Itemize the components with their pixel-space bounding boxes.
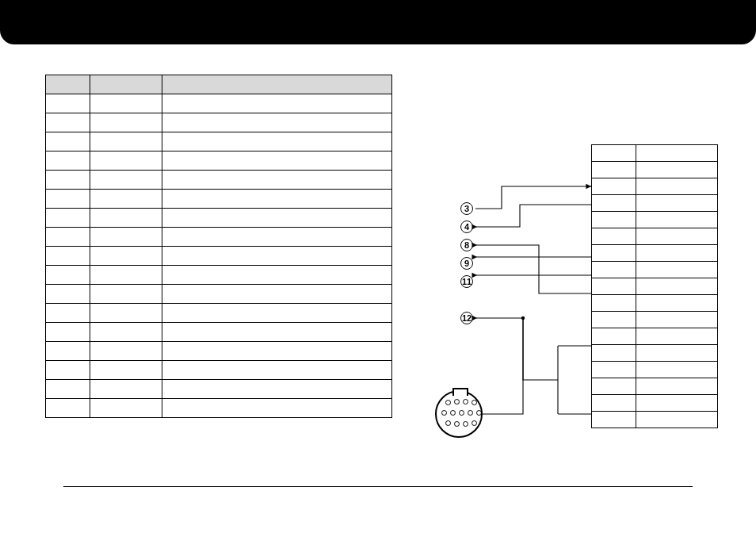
footer-rule xyxy=(63,486,693,487)
table-cell xyxy=(46,247,90,266)
table-cell xyxy=(46,151,90,171)
table-cell xyxy=(46,342,90,361)
diagram-label-3: 3 xyxy=(460,202,473,215)
table-cell xyxy=(90,151,162,171)
connector-pin xyxy=(463,399,468,405)
table-cell xyxy=(592,245,636,262)
table-cell xyxy=(592,195,636,212)
signal-table-body xyxy=(592,145,718,428)
table-cell xyxy=(636,145,718,162)
connector-pin xyxy=(463,421,468,427)
table-row xyxy=(592,362,718,378)
diagram-label-11: 11 xyxy=(460,275,473,288)
table-row xyxy=(46,342,392,361)
table-cell xyxy=(636,212,718,228)
pin-table-body xyxy=(46,94,392,418)
table-cell xyxy=(46,266,90,285)
table-cell xyxy=(90,361,162,380)
connector-pin xyxy=(459,410,464,416)
table-row xyxy=(46,171,392,190)
connector-pin xyxy=(472,420,477,426)
table-cell xyxy=(162,151,392,171)
table-cell xyxy=(162,190,392,209)
pin-table-header-col2 xyxy=(162,75,392,94)
pin-table-container xyxy=(45,75,392,418)
table-row xyxy=(592,395,718,412)
table-cell xyxy=(90,342,162,361)
table-cell xyxy=(592,295,636,312)
table-cell xyxy=(162,94,392,113)
table-row xyxy=(592,212,718,228)
signal-table-container xyxy=(591,144,718,428)
diagram-label-12: 12 xyxy=(460,312,473,324)
table-cell xyxy=(636,162,718,178)
table-cell xyxy=(90,190,162,209)
table-cell xyxy=(90,113,162,132)
connector-pin xyxy=(472,400,477,405)
connector-pin xyxy=(454,399,460,405)
connector-pin xyxy=(450,410,456,416)
pin-table xyxy=(45,75,392,418)
table-cell xyxy=(46,285,90,304)
table-cell xyxy=(46,380,90,399)
table-header-row xyxy=(46,75,392,94)
table-cell xyxy=(636,245,718,262)
page-header-shadow xyxy=(11,48,745,51)
table-row xyxy=(46,228,392,247)
table-row xyxy=(46,247,392,266)
connector-pin xyxy=(441,410,447,416)
table-cell xyxy=(90,228,162,247)
table-cell xyxy=(162,132,392,151)
table-row xyxy=(592,178,718,195)
table-row xyxy=(592,195,718,212)
table-row xyxy=(592,295,718,312)
table-row xyxy=(592,312,718,328)
table-cell xyxy=(90,209,162,228)
diagram-label-8: 8 xyxy=(460,239,473,251)
table-cell xyxy=(90,323,162,342)
table-cell xyxy=(162,323,392,342)
table-cell xyxy=(636,362,718,378)
table-row xyxy=(46,132,392,151)
table-cell xyxy=(162,380,392,399)
connector-pin xyxy=(445,420,451,426)
diagram-label-9: 9 xyxy=(460,257,473,270)
table-row xyxy=(592,228,718,245)
table-cell xyxy=(636,195,718,212)
table-row xyxy=(592,262,718,278)
table-cell xyxy=(636,295,718,312)
table-cell xyxy=(592,228,636,245)
table-row xyxy=(46,266,392,285)
table-cell xyxy=(592,162,636,178)
table-cell xyxy=(636,412,718,428)
table-row xyxy=(592,162,718,178)
table-cell xyxy=(162,304,392,323)
table-cell xyxy=(46,323,90,342)
table-cell xyxy=(592,378,636,395)
table-cell xyxy=(636,262,718,278)
connector-pin xyxy=(454,421,460,427)
page-header-banner xyxy=(0,0,756,44)
connector-key-notch xyxy=(452,388,468,396)
table-cell xyxy=(636,378,718,395)
table-cell xyxy=(162,361,392,380)
table-cell xyxy=(592,362,636,378)
table-cell xyxy=(90,304,162,323)
table-cell xyxy=(162,285,392,304)
table-cell xyxy=(162,113,392,132)
table-row xyxy=(46,380,392,399)
table-cell xyxy=(636,278,718,295)
table-cell xyxy=(46,209,90,228)
table-cell xyxy=(592,312,636,328)
table-cell xyxy=(162,171,392,190)
table-cell xyxy=(592,395,636,412)
connector-pin xyxy=(468,410,473,416)
table-row xyxy=(46,94,392,113)
diagram-label-4: 4 xyxy=(460,220,473,233)
table-cell xyxy=(46,171,90,190)
signal-table xyxy=(591,144,718,428)
table-cell xyxy=(636,178,718,195)
table-row xyxy=(46,113,392,132)
table-cell xyxy=(636,228,718,245)
table-row xyxy=(46,209,392,228)
